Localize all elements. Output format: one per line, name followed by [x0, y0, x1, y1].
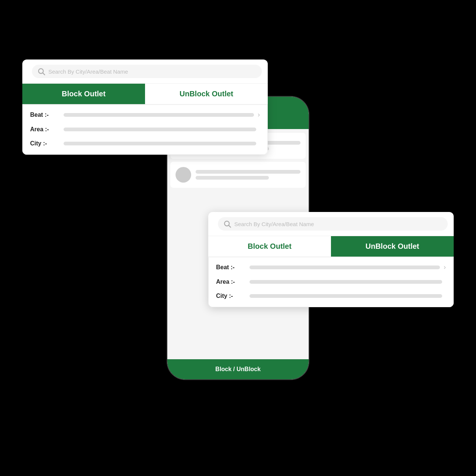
card-unblock-outlet: Search By City/Area/Beat Name Block Outl… [208, 212, 454, 307]
scene: Search By City/Area/Beat Name Block Outl… [0, 0, 476, 476]
beat-line-1 [64, 113, 254, 117]
city-label-2: City :- [216, 293, 246, 299]
beat-label-1: Beat :- [30, 112, 60, 118]
info-row-area-1: Area :- [23, 122, 267, 136]
phone-avatar-2 [176, 167, 191, 183]
tab-block-2[interactable]: Block Outlet [208, 236, 331, 257]
card-block-outlet: Search By City/Area/Beat Name Block Outl… [22, 60, 268, 155]
search-icon-2 [223, 220, 231, 228]
area-line-1 [64, 128, 256, 131]
info-row-beat-1: Beat :- › [23, 107, 267, 122]
info-section-2: Beat :- › Area :- City :- [208, 257, 454, 307]
chevron-icon-2: › [444, 263, 446, 271]
svg-line-1 [43, 73, 45, 75]
city-label-1: City :- [30, 140, 60, 147]
bottom-button[interactable]: Block / UnBlock [167, 359, 309, 379]
search-input-2[interactable]: Search By City/Area/Beat Name [218, 217, 448, 231]
info-row-area-2: Area :- [209, 275, 453, 289]
search-icon-1 [37, 67, 45, 75]
search-placeholder-2: Search By City/Area/Beat Name [234, 221, 314, 227]
beat-line-2 [250, 266, 440, 269]
info-row-beat-2: Beat :- › [209, 260, 453, 275]
tab-unblock-2[interactable]: UnBlock Outlet [331, 236, 454, 257]
beat-label-2: Beat :- [216, 264, 246, 271]
search-placeholder-1: Search By City/Area/Beat Name [48, 68, 128, 75]
phone-item-lines-2 [196, 170, 300, 180]
phone-item-line-2a [196, 170, 300, 174]
svg-line-3 [229, 225, 231, 227]
tab-block-1[interactable]: Block Outlet [22, 84, 145, 104]
info-row-city-1: City :- [23, 136, 267, 151]
search-input-1[interactable]: Search By City/Area/Beat Name [32, 65, 262, 78]
search-bar-1: Search By City/Area/Beat Name [22, 60, 268, 84]
chevron-icon-1: › [258, 111, 260, 119]
tab-row-1: Block Outlet UnBlock Outlet [22, 84, 268, 104]
city-line-2 [250, 294, 442, 298]
area-label-2: Area :- [216, 279, 246, 285]
info-row-city-2: City :- [209, 289, 453, 303]
area-label-1: Area :- [30, 126, 60, 133]
city-line-1 [64, 142, 256, 145]
area-line-2 [250, 280, 442, 284]
tab-row-2: Block Outlet UnBlock Outlet [208, 236, 454, 257]
search-bar-2: Search By City/Area/Beat Name [208, 212, 454, 236]
phone-list-item-2 [170, 162, 306, 188]
phone-item-line-2b [196, 176, 269, 180]
info-section-1: Beat :- › Area :- City :- [22, 104, 268, 155]
tab-unblock-1[interactable]: UnBlock Outlet [145, 84, 268, 104]
